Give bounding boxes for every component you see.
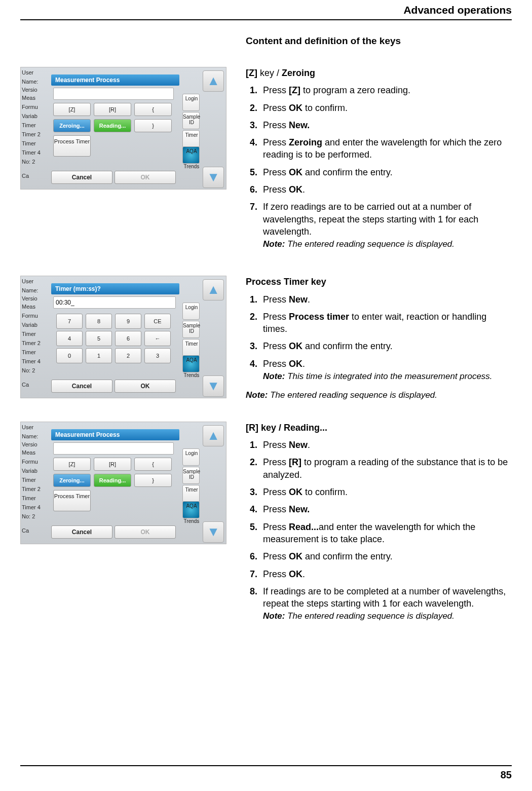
bg-label: Timer 4 xyxy=(22,504,41,510)
bg-label: Ca xyxy=(22,173,29,179)
sequence-field xyxy=(53,88,174,100)
t: OK xyxy=(289,359,302,369)
t: Press xyxy=(263,137,289,147)
btn-cancel: Cancel xyxy=(51,171,112,184)
bg-label: Variab xyxy=(22,113,37,119)
scroll-down-icon: ▼ xyxy=(203,375,224,397)
label-timer: Timer xyxy=(181,132,202,138)
scroll-up-icon: ▲ xyxy=(203,70,224,92)
t: to confirm. xyxy=(302,487,348,497)
scroll-up-icon: ▲ xyxy=(203,279,224,300)
key-brace: { xyxy=(134,103,172,116)
bg-label: No: 2 xyxy=(22,513,35,519)
t: OK xyxy=(289,103,302,113)
step: Press OK to confirm. xyxy=(260,102,512,114)
key-9: 9 xyxy=(115,314,141,329)
heading-process-timer: Process Timer key xyxy=(246,276,512,288)
t: Press xyxy=(263,294,289,305)
bg-label: Timer 2 xyxy=(22,340,41,346)
bg-label: Timer xyxy=(22,495,36,501)
key-r: [R] xyxy=(94,458,131,471)
note-text: The entered reading sequence is displaye… xyxy=(268,390,437,400)
t: New. xyxy=(289,504,310,514)
step: Press OK. xyxy=(260,568,512,580)
label-login: Login xyxy=(181,96,202,101)
timer-value: 00:30_ xyxy=(53,296,176,309)
bg-label: Versio xyxy=(22,87,37,93)
key-8: 8 xyxy=(86,314,112,329)
bg-label: User xyxy=(22,424,33,430)
bg-label: Versio xyxy=(22,295,37,302)
key-r: [R] xyxy=(94,103,131,116)
figure-measurement-process-1: User Name: Versio Meas Formu Variab Time… xyxy=(20,67,225,190)
t: Read... xyxy=(289,522,319,532)
btn-cancel: Cancel xyxy=(51,380,112,393)
btn-process-timer: Process Timer xyxy=(53,490,91,511)
key-6: 6 xyxy=(115,331,141,346)
t: Process timer xyxy=(289,312,349,322)
section-reading: User Name: Versio Meas Formu Variab Time… xyxy=(20,422,512,628)
step: Press New. xyxy=(260,119,512,131)
t: New xyxy=(289,440,308,450)
dialog-title: Measurement Process xyxy=(51,74,179,86)
step: Press OK and confirm the entry. xyxy=(260,340,512,352)
page-number: 85 xyxy=(20,765,512,781)
key-brace2: } xyxy=(134,119,172,132)
note-label: Note: xyxy=(263,239,285,249)
dialog-title: Timer (mm:ss)? xyxy=(51,283,179,294)
step: Press [R] to program a reading of the su… xyxy=(260,456,512,481)
bg-label: Timer 4 xyxy=(22,358,41,364)
bg-label: Formu xyxy=(22,459,38,465)
bg-label: Name: xyxy=(22,79,38,85)
t: New xyxy=(289,294,308,305)
sequence-field xyxy=(53,442,174,455)
dialog-title: Measurement Process xyxy=(51,429,179,440)
label-timer: Timer xyxy=(181,341,202,347)
label-trends: Trends xyxy=(181,372,202,378)
scroll-down-icon: ▼ xyxy=(203,521,224,543)
t: OK xyxy=(289,167,302,177)
step: Press OK. Note: This time is integrated … xyxy=(260,358,512,383)
t: Press xyxy=(263,487,289,497)
t: OK xyxy=(289,487,302,497)
heading-key: [Z] xyxy=(246,68,257,78)
step: Press OK to confirm. xyxy=(260,486,512,498)
figure-measurement-process-2: User Name: Versio Meas Formu Variab Time… xyxy=(20,422,225,544)
t: to confirm. xyxy=(302,103,348,113)
btn-reading: Reading... xyxy=(94,119,131,132)
section-title: Content and definition of the keys xyxy=(246,35,512,47)
section-process-timer: User Name: Versio Meas Formu Variab Time… xyxy=(20,276,512,401)
t: . xyxy=(302,359,305,369)
note-text: The entered reading sequence is displaye… xyxy=(285,611,454,621)
bg-label: Meas xyxy=(22,95,35,101)
btn-zeroing: Zeroing... xyxy=(53,119,91,132)
btn-ok: OK xyxy=(115,171,176,184)
t: Press xyxy=(263,312,289,322)
bg-label: Timer xyxy=(22,122,36,128)
t: New. xyxy=(289,120,310,130)
t: . xyxy=(308,440,310,450)
key-back: ← xyxy=(144,331,171,346)
label-trends: Trends xyxy=(181,518,202,524)
t: OK xyxy=(289,341,302,351)
step-note: Note: The entered reading sequence is di… xyxy=(263,611,512,622)
t: and confirm the entry. xyxy=(302,167,393,177)
key-4: 4 xyxy=(56,331,83,346)
t: Press xyxy=(263,184,289,195)
key-1: 1 xyxy=(86,348,112,363)
label-aqa: AQA xyxy=(181,148,202,154)
t: Press xyxy=(263,167,289,177)
t: . xyxy=(302,184,305,195)
t: If zero readings are to be carried out a… xyxy=(263,202,478,237)
bg-label: No: 2 xyxy=(22,367,35,373)
extra-note: Note: The entered reading sequence is di… xyxy=(246,390,512,401)
bg-label: Timer 2 xyxy=(22,486,41,492)
bg-label: Timer xyxy=(22,349,36,355)
t: and confirm the entry. xyxy=(302,341,393,351)
section-zeroing: User Name: Versio Meas Formu Variab Time… xyxy=(20,67,512,255)
step: Press Read...and enter the wavelength fo… xyxy=(260,521,512,546)
step: If readings are to be completed at a num… xyxy=(260,585,512,623)
step: Press Process timer to enter wait, react… xyxy=(260,311,512,335)
bg-label: Ca xyxy=(22,528,29,534)
key-3: 3 xyxy=(144,348,171,363)
